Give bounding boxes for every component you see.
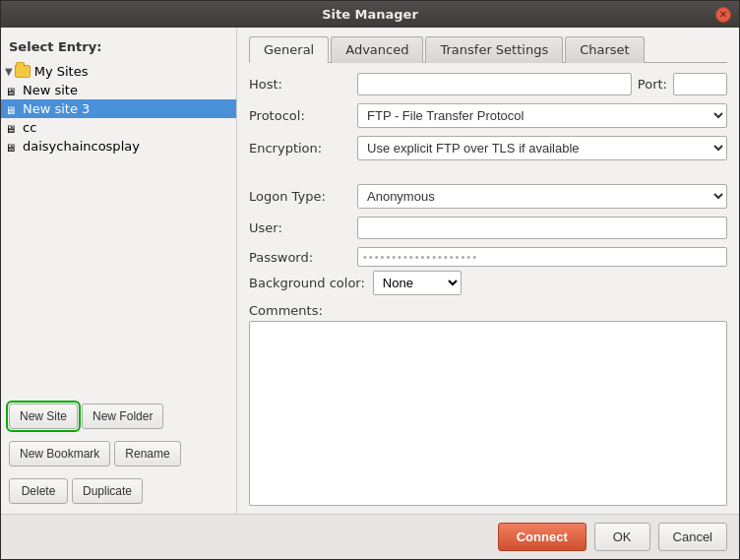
tree-item-new-site[interactable]: New site xyxy=(1,81,236,99)
comments-label: Comments: xyxy=(249,303,727,318)
left-button-row-1: New Site New Folder xyxy=(1,398,236,435)
protocol-label: Protocol: xyxy=(249,108,357,123)
host-port-row: Port: xyxy=(357,73,727,95)
tree-root-label: My Sites xyxy=(34,64,89,79)
rename-button[interactable]: Rename xyxy=(114,441,180,467)
connect-button[interactable]: Connect xyxy=(498,523,586,551)
user-label: User: xyxy=(249,220,357,235)
delete-button[interactable]: Delete xyxy=(9,478,68,504)
new-site-button[interactable]: New Site xyxy=(9,404,78,429)
tabs-row: General Advanced Transfer Settings Chars… xyxy=(249,35,727,63)
encryption-select[interactable]: Use explicit FTP over TLS if available R… xyxy=(357,136,727,160)
select-entry-label: Select Entry: xyxy=(1,35,236,60)
user-input[interactable] xyxy=(357,217,727,239)
tree-item-label: New site 3 xyxy=(23,101,90,116)
encryption-label: Encryption: xyxy=(249,141,357,156)
site-icon xyxy=(5,121,19,135)
bg-color-label: Background color: xyxy=(249,276,365,290)
tree-item-cc[interactable]: cc xyxy=(1,118,236,137)
host-input[interactable] xyxy=(357,73,632,95)
tab-charset[interactable]: Charset xyxy=(565,36,645,63)
spacer-1 xyxy=(249,168,357,176)
password-label: Password: xyxy=(249,250,357,265)
new-bookmark-button[interactable]: New Bookmark xyxy=(9,441,110,467)
bg-color-select[interactable]: None Red Green Blue Yellow Cyan Magenta xyxy=(373,271,462,295)
tree-root-my-sites[interactable]: ▼ My Sites xyxy=(1,62,236,81)
tree-item-label: daisychaincosplay xyxy=(23,139,140,154)
comments-section: Comments: xyxy=(249,303,727,506)
bottom-bar: Connect OK Cancel xyxy=(1,514,739,559)
spacer-2 xyxy=(357,168,727,176)
tree-expand-arrow: ▼ xyxy=(5,66,13,77)
tree-item-new-site-3[interactable]: New site 3 xyxy=(1,99,236,118)
site-manager-dialog: Site Manager ✕ Select Entry: ▼ My Sites … xyxy=(0,0,740,560)
comments-textarea[interactable] xyxy=(249,321,727,506)
bg-color-row: Background color: None Red Green Blue Ye… xyxy=(249,271,727,295)
new-folder-button[interactable]: New Folder xyxy=(82,404,163,429)
port-label: Port: xyxy=(638,77,667,92)
left-panel: Select Entry: ▼ My Sites New site New si… xyxy=(1,28,237,514)
cancel-button[interactable]: Cancel xyxy=(658,523,727,551)
titlebar: Site Manager ✕ xyxy=(1,1,739,28)
tree-item-label: cc xyxy=(23,120,36,135)
dialog-title: Site Manager xyxy=(322,7,418,22)
ok-button[interactable]: OK xyxy=(594,523,650,551)
main-area: Select Entry: ▼ My Sites New site New si… xyxy=(1,28,739,514)
host-label: Host: xyxy=(249,77,357,92)
tab-transfer-settings[interactable]: Transfer Settings xyxy=(425,36,563,63)
close-button[interactable]: ✕ xyxy=(715,7,731,23)
left-button-row-2: New Bookmark Rename xyxy=(1,435,236,472)
tab-advanced[interactable]: Advanced xyxy=(331,36,423,63)
tree-area: ▼ My Sites New site New site 3 cc xyxy=(1,60,236,398)
password-input[interactable] xyxy=(357,247,727,267)
tree-item-label: New site xyxy=(23,83,78,97)
logon-type-label: Logon Type: xyxy=(249,189,357,204)
right-panel: General Advanced Transfer Settings Chars… xyxy=(237,28,739,514)
tree-item-daisychaincosplay[interactable]: daisychaincosplay xyxy=(1,137,236,156)
protocol-select[interactable]: FTP - File Transfer Protocol SFTP - SSH … xyxy=(357,103,727,128)
port-input[interactable] xyxy=(673,73,727,95)
duplicate-button[interactable]: Duplicate xyxy=(72,478,143,504)
site-icon xyxy=(5,102,19,116)
general-form: Host: Port: Protocol: FTP - File Transfe… xyxy=(249,73,727,267)
site-icon xyxy=(5,84,19,97)
tab-general[interactable]: General xyxy=(249,36,329,63)
site-icon xyxy=(5,140,19,154)
left-button-row-3: Delete Duplicate xyxy=(1,472,236,510)
folder-icon xyxy=(15,65,31,78)
logon-type-select[interactable]: Anonymous Normal Ask for password Intera… xyxy=(357,184,727,209)
